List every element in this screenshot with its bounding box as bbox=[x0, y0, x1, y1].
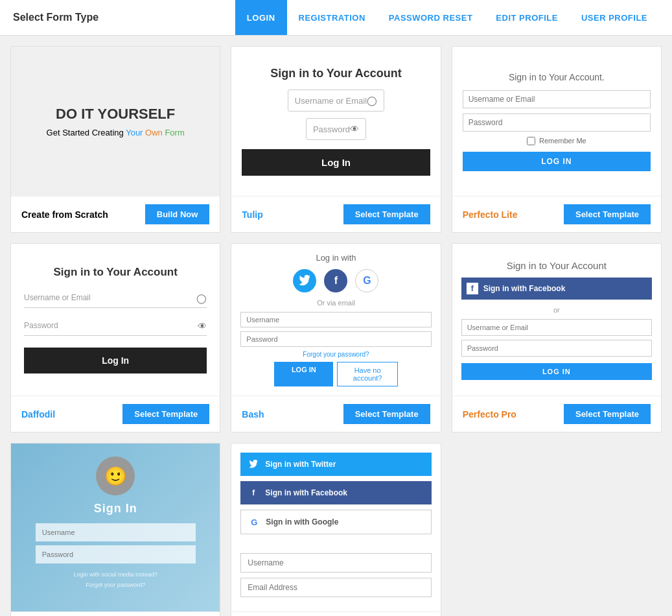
diy-footer: Create from Scratch Build Now bbox=[11, 196, 220, 232]
perfecto-lite-username[interactable] bbox=[463, 90, 651, 108]
bash-login-btn: LOG IN bbox=[274, 362, 333, 386]
select-template-tulip[interactable]: Select Template bbox=[343, 204, 430, 224]
pinnacle-facebook-icon: f bbox=[247, 486, 260, 499]
pinnacle-email[interactable] bbox=[240, 578, 431, 597]
smiley-username[interactable] bbox=[36, 523, 196, 541]
select-template-perfecto-pro[interactable]: Select Template bbox=[564, 404, 651, 424]
diy-preview: DO IT YOURSELF Get Started Creating Your… bbox=[11, 47, 220, 196]
card-perfecto-pro: Sign in to Your Account f Sign in with F… bbox=[452, 243, 662, 432]
tulip-preview: Sign in to Your Account Username or Emai… bbox=[231, 47, 440, 196]
select-template-perfecto-lite[interactable]: Select Template bbox=[564, 204, 651, 224]
pinnacle-tw-btn: Sign in with Twitter bbox=[240, 453, 431, 476]
bash-preview: Log in with f G Or via email Forgot your… bbox=[231, 244, 440, 396]
card-pinnacle: Sign in with Twitter f Sign in with Face… bbox=[231, 443, 441, 616]
select-template-daffodil[interactable]: Select Template bbox=[122, 404, 209, 424]
pinnacle-preview: Sign in with Twitter f Sign in with Face… bbox=[231, 444, 440, 611]
google-icon: G bbox=[355, 269, 378, 292]
tab-login[interactable]: LOGIN bbox=[235, 0, 287, 35]
bash-btn-row: LOG IN Have no account? bbox=[274, 362, 398, 386]
card-name-daffodil: Daffodil bbox=[21, 409, 55, 420]
bash-register-btn: Have no account? bbox=[337, 362, 397, 386]
pp-login-btn: LOG IN bbox=[461, 363, 652, 380]
card-name-perfecto-pro: Perfecto Pro bbox=[463, 409, 516, 420]
daffodil-username: Username or Email ◯ bbox=[24, 289, 207, 308]
header: Select Form Type LOGIN REGISTRATION PASS… bbox=[0, 0, 672, 36]
bash-username[interactable] bbox=[240, 312, 431, 327]
smiley-preview: 🙂 Sign In Login with social media instea… bbox=[11, 444, 220, 611]
perfecto-pro-footer: Perfecto Pro Select Template bbox=[452, 396, 661, 432]
tulip-password-input: Password 👁 bbox=[306, 118, 366, 140]
bash-or: Or via email bbox=[317, 299, 355, 307]
smiley-face-icon: 🙂 bbox=[96, 456, 135, 495]
bash-password[interactable] bbox=[240, 331, 431, 347]
bash-social-title: Log in with bbox=[316, 253, 356, 263]
eye-icon: ◯ bbox=[367, 95, 377, 106]
daffodil-eye-icon: ◯ bbox=[196, 293, 207, 303]
tulip-login-button: Log In bbox=[242, 149, 430, 176]
card-name-tulip: Tulip bbox=[242, 209, 262, 220]
daffodil-eye-icon-2: 👁 bbox=[198, 321, 207, 331]
pinnacle-twitter-icon bbox=[247, 458, 260, 471]
pp-fb-icon: f bbox=[467, 283, 478, 294]
tab-user-profile[interactable]: USER PROFILE bbox=[570, 0, 659, 35]
diy-title: DO IT YOURSELF bbox=[56, 106, 175, 123]
select-template-bash[interactable]: Select Template bbox=[343, 404, 430, 424]
build-now-button[interactable]: Build Now bbox=[145, 204, 210, 224]
bash-forgot: Forgot your password? bbox=[303, 351, 369, 358]
perfecto-remember: Remember Me bbox=[527, 137, 586, 145]
nav-tabs: LOGIN REGISTRATION PASSWORD RESET EDIT P… bbox=[235, 0, 659, 35]
tab-password-reset[interactable]: PASSWORD RESET bbox=[377, 0, 485, 35]
tulip-footer: Tulip Select Template bbox=[231, 196, 440, 232]
pp-username[interactable] bbox=[461, 319, 652, 336]
perfecto-lite-title: Sign in to Your Account. bbox=[509, 72, 605, 82]
daffodil-login-btn: Log In bbox=[24, 348, 207, 373]
card-name-diy: Create from Scratch bbox=[21, 209, 108, 220]
card-smiley: 🙂 Sign In Login with social media instea… bbox=[10, 443, 220, 616]
diy-subtitle: Get Started Creating Your Own Form bbox=[47, 128, 185, 137]
pinnacle-username[interactable] bbox=[240, 553, 431, 573]
pp-title: Sign in to Your Account bbox=[507, 260, 607, 271]
perfecto-lite-footer: Perfecto Lite Select Template bbox=[452, 196, 661, 232]
perfecto-lite-login-btn: LOG IN bbox=[463, 152, 651, 171]
pp-password[interactable] bbox=[461, 340, 652, 357]
daffodil-footer: Daffodil Select Template bbox=[11, 396, 220, 432]
pp-or: or bbox=[553, 306, 560, 314]
perfecto-pro-preview: Sign in to Your Account f Sign in with F… bbox=[452, 244, 661, 396]
pp-fb-btn: f Sign in with Facebook bbox=[461, 278, 652, 300]
template-grid: DO IT YOURSELF Get Started Creating Your… bbox=[0, 36, 672, 616]
pinnacle-gg-btn: G Sign in with Google bbox=[240, 510, 431, 534]
daffodil-password: Password 👁 bbox=[24, 317, 207, 336]
bash-footer: Bash Select Template bbox=[231, 396, 440, 432]
card-name-perfecto-lite: Perfecto Lite bbox=[463, 209, 518, 220]
card-bash: Log in with f G Or via email Forgot your… bbox=[231, 243, 441, 432]
perfecto-lite-password[interactable] bbox=[463, 113, 651, 132]
tab-registration[interactable]: REGISTRATION bbox=[287, 0, 377, 35]
smiley-sign-in-label: Sign In bbox=[94, 502, 137, 515]
smiley-social-text: Login with social media instead? bbox=[73, 571, 157, 578]
card-daffodil: Sign in to Your Account Username or Emai… bbox=[10, 243, 220, 432]
card-tulip: Sign in to Your Account Username or Emai… bbox=[231, 46, 441, 233]
smiley-password[interactable] bbox=[36, 545, 196, 563]
daffodil-title: Sign in to Your Account bbox=[53, 266, 177, 279]
tulip-username-input: Username or Email ◯ bbox=[288, 89, 384, 112]
eye-icon-2: 👁 bbox=[350, 124, 359, 134]
pinnacle-footer: Pinnacle Select Template bbox=[231, 611, 440, 616]
twitter-icon bbox=[293, 269, 316, 292]
bash-social-icons: f G bbox=[293, 269, 378, 292]
tulip-form-title: Sign in to Your Account bbox=[270, 67, 402, 80]
smiley-forgot-text: Forgot your password? bbox=[86, 582, 145, 588]
daffodil-preview: Sign in to Your Account Username or Emai… bbox=[11, 244, 220, 396]
smiley-footer: Smiley Select Template bbox=[11, 611, 220, 616]
tab-edit-profile[interactable]: EDIT PROFILE bbox=[484, 0, 570, 35]
card-diy: DO IT YOURSELF Get Started Creating Your… bbox=[10, 46, 220, 233]
pinnacle-fb-btn: f Sign in with Facebook bbox=[240, 481, 431, 504]
facebook-icon: f bbox=[324, 269, 347, 292]
remember-checkbox[interactable] bbox=[527, 137, 535, 145]
perfecto-lite-preview: Sign in to Your Account. Remember Me LOG… bbox=[452, 47, 661, 196]
page-title: Select Form Type bbox=[13, 12, 98, 23]
card-name-bash: Bash bbox=[242, 409, 264, 420]
pinnacle-google-icon: G bbox=[248, 515, 261, 528]
card-perfecto-lite: Sign in to Your Account. Remember Me LOG… bbox=[452, 46, 662, 233]
